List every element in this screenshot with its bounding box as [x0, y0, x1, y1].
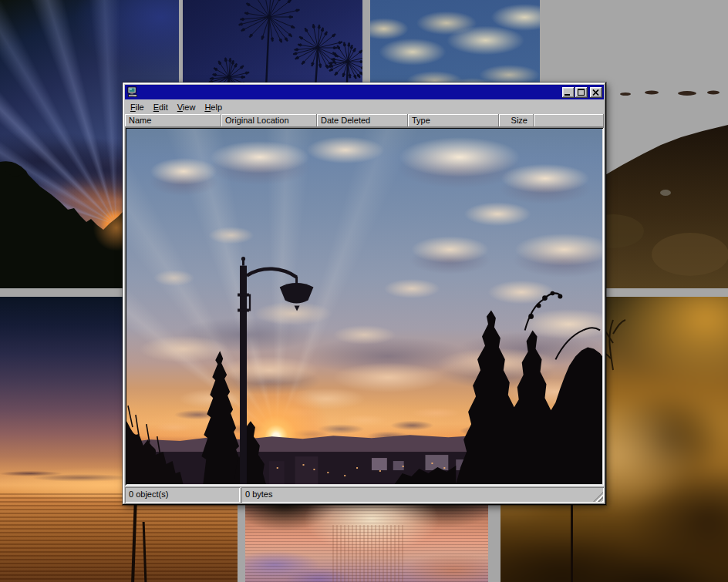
column-header-original-location[interactable]: Original Location	[221, 114, 317, 127]
list-background-photo	[126, 129, 602, 484]
status-size: 0 bytes	[241, 487, 604, 503]
title-bar[interactable]	[125, 85, 604, 99]
menu-view[interactable]: View	[173, 101, 201, 113]
menu-help[interactable]: Help	[200, 101, 227, 113]
minimize-button[interactable]	[562, 87, 575, 98]
recycle-bin-window: FileEditViewHelp NameOriginal LocationDa…	[123, 82, 606, 505]
maximize-icon	[578, 89, 585, 96]
column-header-name[interactable]: Name	[125, 114, 221, 127]
status-bar: 0 object(s) 0 bytes	[125, 487, 604, 503]
menu-bar: FileEditViewHelp	[125, 99, 604, 114]
status-size-text: 0 bytes	[245, 489, 272, 499]
column-headers: NameOriginal LocationDate DeletedTypeSiz…	[125, 114, 604, 127]
foreground-silhouettes	[126, 129, 602, 484]
column-header-size[interactable]: Size	[499, 114, 534, 127]
close-icon	[592, 89, 599, 96]
resize-grip[interactable]	[593, 492, 603, 502]
column-header-date-deleted[interactable]: Date Deleted	[317, 114, 408, 127]
file-list-area[interactable]	[125, 127, 604, 486]
desktop: FileEditViewHelp NameOriginal LocationDa…	[0, 0, 728, 582]
status-object-count: 0 object(s)	[125, 487, 240, 503]
close-button[interactable]	[590, 87, 602, 98]
column-header-type[interactable]: Type	[408, 114, 499, 127]
water-ripples	[0, 493, 238, 582]
maximize-button[interactable]	[575, 87, 588, 98]
window-controls	[562, 87, 602, 98]
minimize-icon	[565, 94, 570, 96]
menu-edit[interactable]: Edit	[149, 101, 173, 113]
my-computer-icon	[126, 86, 139, 98]
menu-file[interactable]: File	[126, 101, 149, 113]
column-header-filler	[534, 114, 604, 127]
water-texture	[332, 525, 406, 582]
